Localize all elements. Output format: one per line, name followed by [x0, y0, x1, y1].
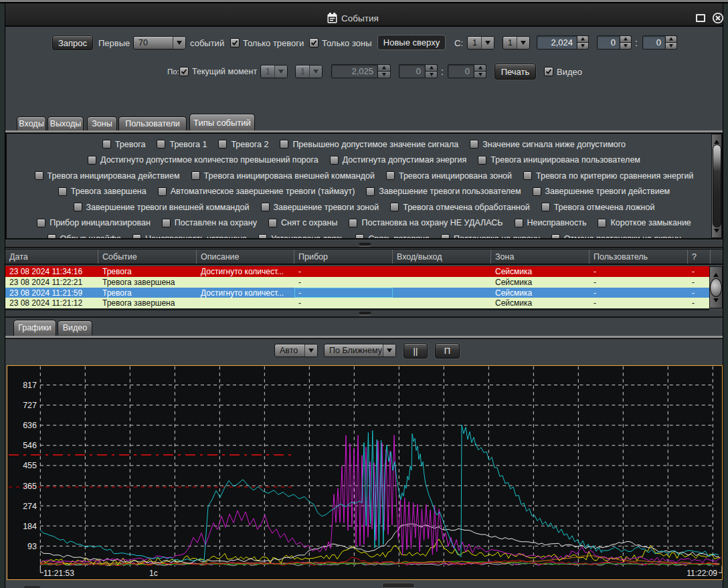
svg-text:636: 636: [23, 421, 37, 430]
svg-text:93: 93: [27, 542, 37, 551]
svg-text:365: 365: [23, 482, 37, 491]
svg-text:455: 455: [23, 461, 37, 470]
svg-text:727: 727: [23, 401, 37, 410]
svg-text:274: 274: [23, 502, 37, 511]
svg-text:11:21:53: 11:21:53: [43, 569, 74, 578]
svg-text:1с: 1с: [149, 569, 158, 578]
svg-text:184: 184: [23, 522, 37, 531]
svg-text:546: 546: [23, 441, 37, 450]
svg-text:817: 817: [23, 381, 37, 390]
svg-text:11:22:09: 11:22:09: [687, 569, 717, 578]
